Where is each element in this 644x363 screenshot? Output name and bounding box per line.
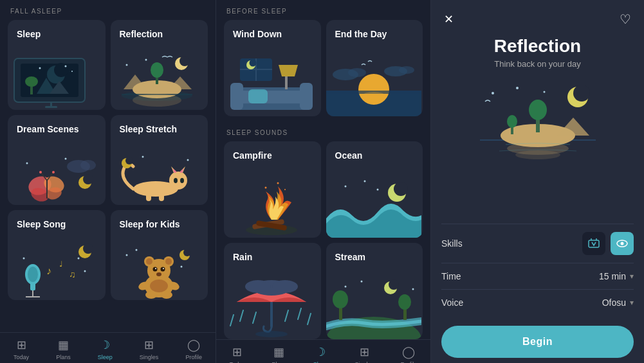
ocean-title: Ocean	[335, 150, 363, 161]
svg-point-76	[163, 268, 164, 269]
end-the-day-title: End the Day	[335, 29, 387, 39]
svg-point-117	[363, 181, 365, 182]
svg-point-82	[161, 291, 172, 299]
svg-point-21	[125, 64, 127, 66]
svg-line-123	[308, 314, 311, 324]
svg-line-120	[253, 312, 256, 323]
stream-card[interactable]: Stream	[326, 243, 423, 339]
voice-value-container: Ofosu ▾	[602, 297, 634, 308]
rain-card[interactable]: Rain	[224, 243, 321, 339]
svg-point-78	[150, 279, 168, 292]
svg-point-148	[573, 85, 590, 102]
eye-skill-icon[interactable]	[611, 232, 634, 255]
nav-singles-mid[interactable]: ⊞ Singles	[354, 345, 374, 363]
reflection-card[interactable]: Reflection	[111, 20, 208, 110]
svg-point-153	[515, 150, 560, 159]
svg-rect-91	[237, 91, 306, 103]
fall-asleep-label: FALL ASLEEP	[0, 0, 216, 20]
ar-icon	[587, 237, 600, 250]
svg-text:♩: ♩	[59, 260, 63, 269]
today-icon-left: ⊞	[17, 338, 26, 352]
svg-point-145	[507, 115, 517, 128]
svg-line-121	[285, 310, 288, 321]
nav-sleep-mid[interactable]: ☽ Sleep	[313, 345, 328, 363]
svg-point-36	[65, 158, 67, 160]
svg-point-51	[125, 157, 133, 164]
right-main-illustration	[474, 79, 602, 169]
svg-point-85	[125, 254, 127, 256]
today-icon-mid: ⊞	[232, 345, 242, 359]
voice-row[interactable]: Voice Ofosu ▾	[441, 289, 634, 315]
sleep-song-card[interactable]: Sleep Song ♪ ♩ ♫	[8, 210, 106, 300]
plans-label-left: Plans	[56, 354, 71, 360]
plans-icon-left: ▦	[58, 338, 69, 352]
sleep-sounds-grid: Campfire	[216, 141, 430, 339]
right-panel: ✕ ♡ Reflection Think back on your day	[431, 0, 644, 363]
nav-profile-mid[interactable]: ◯ Profile	[401, 345, 418, 363]
ar-skill-icon[interactable]	[582, 232, 605, 255]
nav-plans-left[interactable]: ▦ Plans	[56, 338, 71, 360]
dream-illustration	[8, 147, 106, 205]
svg-point-143	[529, 100, 547, 120]
svg-point-136	[344, 286, 346, 288]
begin-button[interactable]: Begin	[441, 326, 634, 358]
dream-scenes-card[interactable]: Dream Scenes	[8, 115, 106, 205]
time-label: Time	[441, 271, 461, 281]
nav-sleep-left[interactable]: ☽ Sleep	[98, 338, 113, 360]
svg-text:♫: ♫	[69, 269, 76, 279]
nav-singles-left[interactable]: ⊞ Singles	[140, 338, 159, 360]
sleep-icon-left: ☽	[100, 338, 110, 352]
skills-icons-container	[582, 232, 634, 255]
svg-rect-49	[159, 193, 164, 201]
eye-icon	[616, 237, 629, 250]
before-sleep-grid: Wind Down	[216, 20, 430, 116]
sleep-illustration	[8, 52, 106, 110]
svg-point-133	[398, 294, 411, 310]
sleep-stretch-title: Sleep Stretch	[120, 124, 177, 134]
time-row[interactable]: Time 15 min ▾	[441, 263, 634, 289]
svg-point-104	[348, 68, 366, 77]
end-the-day-card[interactable]: End the Day	[326, 20, 423, 116]
svg-point-39	[83, 174, 93, 184]
close-button[interactable]: ✕	[441, 10, 456, 29]
nav-profile-left[interactable]: ◯ Profile	[185, 338, 202, 360]
svg-rect-12	[45, 106, 57, 108]
profile-label-left: Profile	[185, 354, 202, 360]
svg-point-72	[165, 258, 172, 265]
svg-point-138	[412, 288, 414, 290]
svg-point-106	[399, 66, 414, 74]
campfire-card[interactable]: Campfire	[224, 141, 321, 238]
svg-point-115	[394, 182, 408, 196]
nav-today-left[interactable]: ⊞ Today	[14, 338, 29, 360]
svg-point-8	[39, 67, 41, 69]
svg-point-150	[516, 87, 519, 89]
campfire-illustration	[224, 173, 321, 238]
sleep-kids-card[interactable]: Sleep for Kids	[111, 210, 208, 300]
nav-plans-mid[interactable]: ▦ Plans	[272, 345, 287, 363]
svg-point-149	[492, 92, 494, 94]
sleep-label-left: Sleep	[98, 354, 113, 360]
ocean-card[interactable]: Ocean	[326, 141, 423, 238]
heart-button[interactable]: ♡	[617, 9, 634, 30]
sleep-kids-title: Sleep for Kids	[120, 219, 180, 229]
sleep-card[interactable]: Sleep	[8, 20, 106, 110]
nav-today-mid[interactable]: ⊞ Today	[230, 345, 245, 363]
voice-value: Ofosu	[602, 297, 626, 308]
voice-chevron: ▾	[630, 298, 634, 307]
sleep-stretch-card[interactable]: Sleep Stretch	[111, 115, 208, 205]
svg-point-53	[187, 159, 189, 161]
svg-point-31	[39, 171, 42, 173]
kids-illustration	[111, 242, 208, 300]
svg-point-135	[389, 279, 399, 290]
right-header: ✕ ♡	[431, 0, 644, 30]
stream-title: Stream	[335, 252, 365, 262]
svg-point-112	[277, 182, 279, 184]
time-value: 15 min	[599, 271, 626, 281]
wind-down-card[interactable]: Wind Down	[224, 20, 321, 116]
svg-point-151	[543, 91, 545, 93]
singles-icon-left: ⊞	[144, 338, 154, 352]
left-panel: FALL ASLEEP Sleep	[0, 0, 216, 363]
svg-point-64	[84, 270, 86, 272]
svg-point-35	[80, 160, 96, 170]
left-bottom-nav: ⊞ Today ▦ Plans ☽ Sleep ⊞ Singles ◯ Prof…	[0, 332, 216, 363]
